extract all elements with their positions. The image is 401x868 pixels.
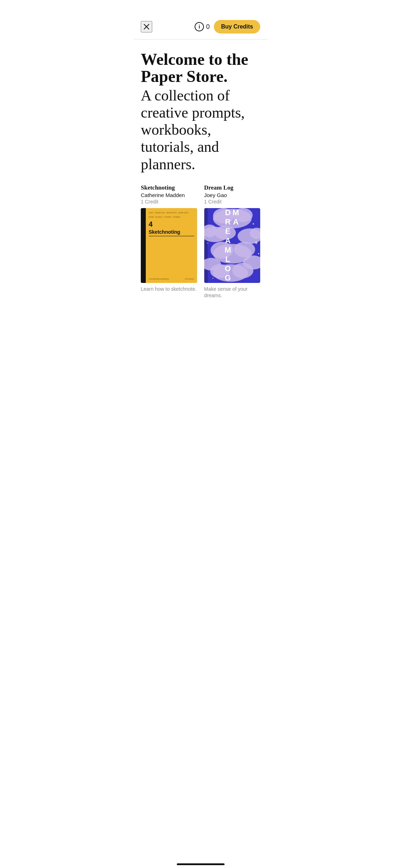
- product-cover-dreamlog: DM RA E A M L O G: [204, 208, 261, 283]
- buy-credits-button[interactable]: Buy Credits: [214, 20, 260, 33]
- sketchnoting-bottom-info: CATHERINE MADDEN 24 PAGES: [149, 278, 194, 280]
- sketchnoting-svg-art: [152, 242, 191, 274]
- svg-marker-13: [184, 262, 189, 266]
- svg-point-2: [156, 247, 168, 262]
- svg-point-32: [258, 253, 259, 254]
- svg-point-31: [207, 243, 208, 244]
- sketchnoting-pages-label: 24 PAGES: [185, 278, 194, 280]
- product-card-sketchnoting[interactable]: Sketchnoting Catherine Madden 1 Credit C…: [141, 184, 197, 299]
- product-credit-dreamlog: 1 Credit: [204, 199, 261, 205]
- sketchnoting-page-num: 4: [149, 220, 194, 228]
- hero-subtitle: A collection of creative prompts, workbo…: [141, 87, 260, 173]
- product-cover-sketchnoting: CAN'T DRAW FOR DRAW WITH DRAW WITH DRAW …: [141, 208, 197, 283]
- product-card-dreamlog[interactable]: Dream Log Joey Gao 1 Credit: [204, 184, 261, 299]
- svg-point-7: [168, 266, 172, 270]
- close-button[interactable]: [141, 21, 152, 32]
- credits-info: i 0: [195, 22, 210, 31]
- sketchnoting-book-title: Sketchnoting: [149, 229, 194, 236]
- sketchnoting-top-bar: CAN'T DRAW FOR DRAW WITH DRAW WITH: [149, 212, 194, 214]
- sketchnoting-cover-content: CAN'T DRAW FOR DRAW WITH DRAW WITH DRAW …: [146, 208, 197, 283]
- product-credit-sketchnoting: 1 Credit: [141, 199, 197, 205]
- hero-title-bold: Welcome to the Paper Store.: [141, 50, 248, 86]
- dreamlog-text-overlay: DM RA E A M L O G: [225, 208, 240, 283]
- svg-point-8: [178, 262, 183, 268]
- products-section: Sketchnoting Catherine Madden 1 Credit C…: [134, 181, 267, 313]
- svg-point-33: [212, 278, 214, 279]
- product-title-sketchnoting: Sketchnoting: [141, 184, 197, 191]
- sketchnoting-cover-art: CAN'T DRAW FOR DRAW WITH DRAW WITH DRAW …: [141, 208, 197, 283]
- sketchnoting-spine: [141, 208, 146, 283]
- info-icon[interactable]: i: [195, 22, 204, 31]
- product-author-sketchnoting: Catherine Madden: [141, 192, 197, 198]
- hero-title: Welcome to the Paper Store.: [141, 51, 260, 86]
- svg-point-3: [159, 250, 165, 259]
- sketchnoting-author-label: CATHERINE MADDEN: [149, 278, 169, 280]
- sketchnoting-illustration: [149, 239, 194, 277]
- products-grid: Sketchnoting Catherine Madden 1 Credit C…: [141, 184, 260, 299]
- svg-point-30: [252, 223, 254, 224]
- dreamlog-cover-art: DM RA E A M L O G: [204, 208, 261, 283]
- product-description-sketchnoting: Learn how to sketchnote.: [141, 286, 197, 292]
- sketchnoting-top-bar2: DRAW MYSELF OTHERS OTHERS: [149, 216, 194, 218]
- header-right: i 0 Buy Credits: [195, 20, 260, 33]
- product-title-dreamlog: Dream Log: [204, 184, 261, 191]
- product-description-dreamlog: Make sense of your dreams.: [204, 286, 261, 299]
- product-author-dreamlog: Joey Gao: [204, 192, 261, 198]
- credits-count: 0: [206, 23, 210, 31]
- header: i 0 Buy Credits: [134, 0, 267, 39]
- hero-section: Welcome to the Paper Store. A collection…: [134, 40, 267, 181]
- svg-marker-6: [159, 263, 164, 268]
